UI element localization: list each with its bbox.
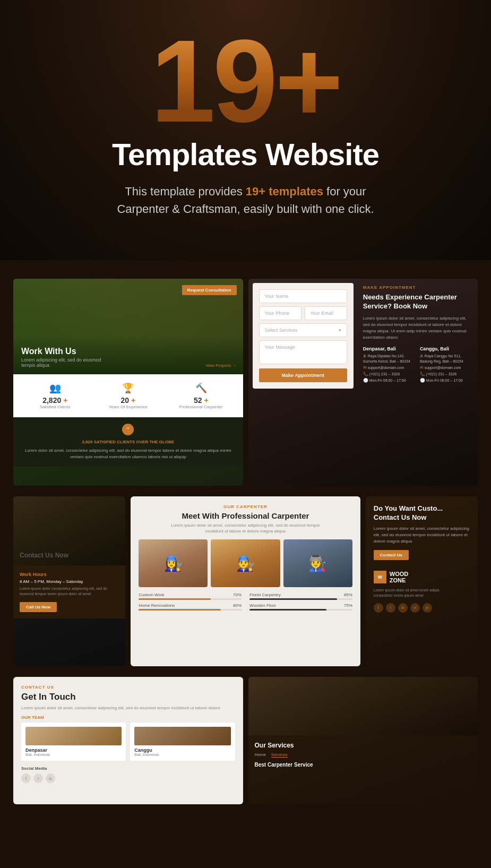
- location-canggu: Canggu, Bali Jl. Raya Canggu No 511,Badu…: [420, 346, 472, 384]
- skill-pct-4: 75%: [344, 603, 352, 608]
- loc2-address: Jl. Raya Canggu No 511,Badung Reg, Bali …: [420, 354, 472, 365]
- templates-grid-row2: Contact Us Now Work Hours 8 AM – 5 PM, M…: [0, 494, 491, 674]
- card5-logo-desc: Lorem ipsum dolor sit amet lorem adipisc…: [374, 588, 470, 599]
- hero-subtitle: This template provides 19+ templates for…: [21, 183, 470, 218]
- carpenters-label: Professional Carpenter: [167, 405, 235, 409]
- nav-services[interactable]: Services: [271, 752, 288, 758]
- card6-title: Get In Touch: [21, 692, 235, 702]
- skill-name-4: Wooden Floor: [249, 603, 276, 608]
- nav-home[interactable]: Home: [255, 752, 266, 758]
- skill-home-reno: Home Renovations 80%: [139, 603, 242, 611]
- loc1-phone: 📞 (+021) 231 – 3326: [363, 371, 416, 377]
- card6-in-icon[interactable]: in: [46, 774, 55, 783]
- card3-hours-label: Work Hours: [20, 572, 119, 577]
- team-member-1: 👩‍🔧: [139, 539, 208, 587]
- skill-finish-carpentry: Finish Carpentry 85%: [249, 592, 352, 600]
- social-twitter[interactable]: t: [386, 603, 395, 613]
- testimonial-text: Lorem dolor sit amet, consectetur adipis…: [21, 448, 235, 460]
- card6-our-team-label: OUR TEAM: [21, 715, 235, 720]
- social-pinterest[interactable]: pt: [423, 603, 432, 613]
- skill-bar-2: [249, 598, 352, 600]
- card6-loc2-sub: Bali, Indonesia: [134, 753, 230, 757]
- card2-wrapper: Your Name Your Phone Your Email Select S…: [248, 279, 478, 393]
- loc2-hours: 🕗 Mon-Fri 08:00 – 17:00: [420, 377, 472, 384]
- phone-icon: 📞: [363, 372, 368, 376]
- card6-loc2-img: [134, 727, 230, 745]
- skill-fill-1: [139, 598, 211, 600]
- card-carpenter-team: OUR CARPENTER Meet With Professional Car…: [131, 496, 360, 666]
- social-facebook[interactable]: f: [374, 603, 383, 613]
- subtitle-start: This template provides: [125, 185, 245, 198]
- chevron-down-icon: ▾: [339, 328, 341, 333]
- card6-tw-icon[interactable]: t: [33, 774, 43, 783]
- card6-locations: Denpasar Bali, Indonesia Canggu Bali, In…: [21, 723, 235, 761]
- loc2-phone: 📞 (+021) 231 – 3326: [420, 371, 472, 377]
- card6-fb-icon[interactable]: f: [21, 774, 31, 783]
- logo-icon: W: [374, 571, 386, 583]
- card1-subtitle: Lorem adipiscing elit, sed do eiusmodtem…: [21, 357, 235, 368]
- card6-loc1: Denpasar Bali, Indonesia: [21, 723, 126, 761]
- card6-loc2: Canggu Bali, Indonesia: [130, 723, 235, 761]
- card5-cta-btn[interactable]: Contact Us: [374, 550, 409, 560]
- card1-testimonial: " 2,820 SATISFIED CLIENTS OVER THE GLOBE…: [13, 417, 243, 467]
- card6-tag: CONTACT US: [21, 685, 235, 690]
- skill-label-1: Custom Work 70%: [139, 592, 242, 597]
- woodzone-logo: W WOODZONE: [374, 571, 470, 583]
- clients-number: 2,820 +: [21, 396, 89, 405]
- carpenters-icon: 🔨: [167, 382, 235, 394]
- card4-tag: OUR CARPENTER: [139, 504, 352, 509]
- skill-name-3: Home Renovations: [139, 603, 175, 608]
- phone-field[interactable]: Your Phone: [259, 306, 302, 320]
- skill-bar-3: [139, 609, 242, 611]
- social-instagram[interactable]: in: [398, 603, 408, 613]
- phone-email-row: Your Phone Your Email: [259, 306, 347, 320]
- skill-bar-4: [249, 609, 352, 611]
- card4-team-photos: 👩‍🔧 👨‍🔧 👨‍🏭: [139, 539, 352, 587]
- card1-view-link[interactable]: View Projects →: [205, 363, 237, 368]
- templates-grid-row3: CONTACT US Get In Touch Lorem ipsum dolo…: [0, 674, 491, 818]
- clock-icon2: 🕗: [420, 378, 425, 383]
- loc2-support: ✉ support@domain.com: [420, 365, 472, 371]
- email-field[interactable]: Your Email: [305, 306, 347, 320]
- experience-label: Years Of Experience: [94, 405, 162, 409]
- card5-desc: Lorem ipsum dolor sit amet, consectetur …: [374, 526, 470, 545]
- card7-img-overlay: [248, 677, 478, 735]
- appt-desc: Lorem ipsum dolor sit amet, consectetur …: [363, 315, 472, 341]
- card-get-in-touch: CONTACT US Get In Touch Lorem ipsum dolo…: [13, 677, 243, 804]
- skill-bar-1: [139, 598, 242, 600]
- card7-bottom: Our Services Home Services Best Carpente…: [248, 735, 478, 774]
- skill-fill-3: [139, 609, 221, 611]
- message-field[interactable]: Your Message: [259, 340, 347, 364]
- skill-label-4: Wooden Floor 75%: [249, 603, 352, 608]
- card6-socials-label: Social Media: [21, 766, 235, 771]
- service-select[interactable]: Select Services ▾: [259, 323, 347, 337]
- appt-title: Needs Experience CarpenterService? Book …: [363, 293, 472, 311]
- carpenters-number: 52 +: [167, 396, 235, 405]
- stat-carpenters: 🔨 52 + Professional Carpenter: [167, 382, 235, 409]
- card-our-services: Our Services Home Services Best Carpente…: [248, 677, 478, 804]
- team-member-3: 👨‍🏭: [283, 539, 352, 587]
- loc1-name: Denpasar, Bali: [363, 346, 416, 351]
- clock-icon: 🕗: [363, 378, 368, 383]
- card-do-you-want: Do You Want Custo...Contact Us Now Lorem…: [366, 496, 478, 666]
- name-field[interactable]: Your Name: [259, 289, 347, 303]
- card3-desc: Lorem ipsum dolor consectetur adipiscing…: [20, 586, 119, 597]
- phone-icon2: 📞: [420, 372, 425, 376]
- logo-text: WOODZONE: [390, 571, 408, 583]
- card7-service-title: Best Carpenter Service: [255, 762, 472, 768]
- card4-skills: Custom Work 70% Finish Carpentry 85% H: [139, 592, 352, 611]
- card-contact-now: Contact Us Now Work Hours 8 AM – 5 PM, M…: [13, 496, 125, 666]
- card7-nav: Home Services: [255, 752, 472, 758]
- skill-label-3: Home Renovations 80%: [139, 603, 242, 608]
- hero-section: 19+ Templates Website This template prov…: [0, 0, 491, 260]
- card1-consultation-btn[interactable]: Request Consultation: [182, 285, 237, 295]
- social-youtube[interactable]: yt: [410, 603, 420, 613]
- card3-cta-btn[interactable]: Call Us Now: [20, 602, 57, 612]
- submit-btn[interactable]: Make Appointment: [259, 368, 347, 382]
- card1-title: Work With Us: [21, 347, 235, 356]
- testimonial-tag: 2,820 SATISFIED CLIENTS OVER THE GLOBE: [21, 440, 235, 444]
- card7-title: Our Services: [255, 742, 472, 749]
- card1-image-top: Request Consultation Work With Us Lorem …: [13, 279, 243, 374]
- email-icon: ✉: [363, 365, 367, 370]
- clients-label: Satisfied Clients: [21, 405, 89, 409]
